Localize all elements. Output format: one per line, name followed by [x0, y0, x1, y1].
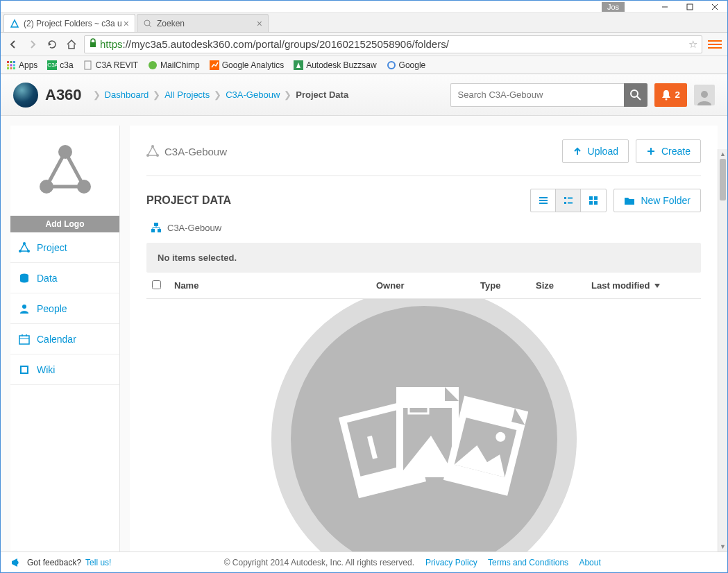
address-bar[interactable]: https://myc3a5.autodesk360.com/portal/gr… — [84, 35, 702, 53]
bookmark-label: Apps — [19, 60, 37, 70]
column-owner[interactable]: Owner — [376, 280, 480, 291]
minimize-button[interactable] — [652, 1, 677, 12]
hamburger-menu-icon[interactable] — [708, 40, 722, 49]
bookmark-item[interactable]: Google — [387, 60, 426, 70]
home-button[interactable] — [65, 37, 78, 51]
add-logo-button[interactable]: Add Logo — [10, 216, 119, 232]
search-button[interactable] — [624, 83, 647, 107]
a360-logo — [13, 83, 38, 108]
svg-rect-64 — [151, 229, 155, 232]
sidebar-item-people[interactable]: People — [10, 293, 119, 324]
tab-close-icon[interactable]: × — [257, 18, 262, 29]
url-scheme: https — [100, 38, 123, 50]
upload-icon — [573, 146, 582, 156]
sidebar-item-calendar[interactable]: Calendar — [10, 324, 119, 354]
browser-tab-active[interactable]: (2) Project Folders ~ c3a u × — [3, 14, 135, 32]
search-wrap — [450, 83, 647, 107]
bookmark-item[interactable]: Autodesk Buzzsaw — [294, 60, 376, 70]
sidebar-item-data[interactable]: Data — [10, 263, 119, 293]
url-rest: ://myc3a5.autodesk360.com/portal/groups/… — [123, 38, 449, 50]
avatar-icon — [696, 89, 713, 105]
browser-tab-inactive[interactable]: Zoeken × — [137, 14, 269, 32]
search-icon — [629, 89, 642, 101]
empty-state: I — [146, 299, 701, 551]
folder-path[interactable]: C3A-Gebouw — [146, 222, 701, 233]
sidebar-item-label: Data — [37, 273, 58, 284]
plus-icon — [646, 146, 656, 156]
svg-point-37 — [27, 250, 30, 253]
calendar-icon — [19, 334, 30, 345]
bell-icon — [661, 89, 671, 101]
bookmark-label: c3a — [60, 60, 73, 70]
buzzsaw-icon — [294, 60, 303, 70]
svg-rect-59 — [589, 196, 593, 200]
view-grid[interactable] — [581, 189, 606, 212]
breadcrumb: ❯ Dashboard ❯ All Projects ❯ C3A-Gebouw … — [93, 89, 349, 100]
terms-link[interactable]: Terms and Conditions — [488, 558, 568, 567]
scrollbar-thumb[interactable] — [720, 159, 726, 200]
svg-point-47 — [151, 145, 154, 148]
app-body: Add Logo Project Data People Calendar — [1, 116, 727, 551]
svg-rect-12 — [7, 64, 9, 66]
sidebar-item-project[interactable]: Project — [10, 232, 119, 263]
reload-button[interactable] — [45, 37, 59, 51]
svg-rect-63 — [154, 223, 158, 226]
bookmark-label: Autodesk Buzzsaw — [306, 60, 376, 70]
chevron-right-icon: ❯ — [284, 89, 291, 100]
upload-button[interactable]: Upload — [562, 139, 629, 163]
sidebar-item-wiki[interactable]: Wiki — [10, 354, 119, 385]
svg-rect-8 — [90, 42, 96, 47]
analytics-icon — [210, 60, 219, 70]
breadcrumb-all-projects[interactable]: All Projects — [164, 89, 210, 100]
column-type[interactable]: Type — [480, 280, 536, 291]
user-avatar[interactable] — [694, 85, 715, 105]
column-size[interactable]: Size — [536, 280, 591, 291]
back-button[interactable] — [6, 37, 20, 51]
sort-desc-icon — [654, 284, 660, 288]
new-folder-button[interactable]: New Folder — [613, 189, 701, 212]
svg-rect-15 — [7, 67, 9, 69]
column-last-modified[interactable]: Last modified — [591, 280, 695, 291]
bookmark-item[interactable]: MailChimp — [148, 60, 200, 70]
bookmark-item[interactable]: Google Analytics — [210, 60, 284, 70]
column-name[interactable]: Name — [174, 280, 376, 291]
scroll-down-arrow[interactable]: ▼ — [718, 542, 727, 551]
project-name: C3A-Gebouw — [164, 146, 227, 157]
column-label: Last modified — [591, 280, 650, 291]
tell-us-link[interactable]: Tell us! — [85, 558, 111, 567]
apps-shortcut[interactable]: Apps — [6, 60, 37, 70]
bookmark-item[interactable]: C3A REVIT — [83, 60, 138, 70]
chevron-right-icon: ❯ — [153, 89, 160, 100]
privacy-link[interactable]: Privacy Policy — [425, 558, 477, 567]
vertical-scrollbar[interactable]: ▲ ▼ — [718, 149, 727, 551]
svg-point-49 — [156, 154, 159, 157]
breadcrumb-dashboard[interactable]: Dashboard — [105, 89, 149, 100]
button-label: Upload — [588, 146, 618, 157]
svg-point-23 — [388, 62, 395, 69]
tab-close-icon[interactable]: × — [124, 18, 129, 29]
notification-count: 2 — [675, 89, 680, 100]
sidebar: Add Logo Project Data People Calendar — [10, 126, 120, 551]
forward-button[interactable] — [26, 37, 40, 51]
app-brand: A360 — [45, 86, 82, 104]
about-link[interactable]: About — [579, 558, 600, 567]
svg-rect-40 — [19, 336, 29, 344]
select-all-checkbox[interactable] — [152, 280, 161, 289]
button-label: New Folder — [641, 195, 691, 206]
view-list-detail[interactable] — [556, 189, 581, 212]
bookmark-star-icon[interactable]: ☆ — [688, 38, 697, 51]
close-button[interactable] — [702, 1, 727, 12]
scroll-up-arrow[interactable]: ▲ — [718, 149, 727, 159]
svg-marker-7 — [49, 42, 51, 46]
view-list-simple[interactable] — [531, 189, 556, 212]
svg-line-31 — [46, 152, 65, 187]
svg-point-24 — [631, 90, 638, 97]
create-button[interactable]: Create — [636, 139, 701, 163]
table-header: Name Owner Type Size Last modified — [146, 273, 701, 299]
bookmark-item[interactable]: C3Ac3a — [47, 60, 73, 70]
sitemap-icon — [151, 222, 162, 233]
breadcrumb-project[interactable]: C3A-Gebouw — [226, 89, 280, 100]
notifications-button[interactable]: 2 — [654, 83, 687, 107]
maximize-button[interactable] — [677, 1, 702, 12]
search-input[interactable] — [450, 83, 624, 107]
